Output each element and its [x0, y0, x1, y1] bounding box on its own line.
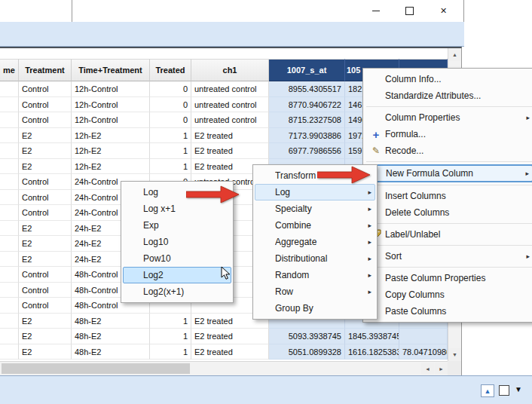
table-cell[interactable]: 78.047109865: [399, 344, 448, 360]
table-cell[interactable]: Control: [19, 190, 72, 206]
menu-item-column-properties[interactable]: Column Properties▸: [365, 109, 532, 126]
table-cell[interactable]: 0: [150, 112, 191, 128]
menu-item-new-formula-column[interactable]: New Formula Column▸: [365, 164, 532, 182]
table-cell[interactable]: E2: [19, 252, 72, 268]
minimize-button[interactable]: [359, 0, 393, 22]
table-cell[interactable]: Control: [19, 97, 72, 113]
window-titlebar[interactable]: ✕: [72, 0, 464, 22]
table-cell[interactable]: [0, 81, 19, 97]
table-cell[interactable]: E2: [19, 329, 72, 344]
table-cell[interactable]: 1616.1825383: [345, 344, 399, 360]
menu-item-aggregate[interactable]: Aggregate▸: [255, 234, 375, 250]
menu-item-sort[interactable]: Sort▸: [365, 248, 532, 265]
scroll-up-button[interactable]: ▲: [448, 48, 461, 61]
table-cell[interactable]: [0, 329, 19, 344]
table-cell[interactable]: 0: [150, 81, 191, 97]
menu-item-standardize-attributes[interactable]: Standardize Attributes...: [365, 87, 532, 104]
table-cell[interactable]: 8770.9406722: [269, 97, 345, 113]
menu-item-specialty[interactable]: Specialty▸: [255, 200, 375, 217]
table-cell[interactable]: Control: [19, 298, 72, 314]
menu-item-column-info[interactable]: Column Info...: [365, 71, 532, 87]
table-cell[interactable]: 1: [150, 128, 191, 144]
table-cell[interactable]: 1: [150, 344, 191, 360]
menu-item-random[interactable]: Random▸: [255, 267, 375, 283]
menu-item-paste-columns[interactable]: Paste Columns: [365, 303, 532, 320]
menu-item-log2-x-1[interactable]: Log2(x+1): [123, 283, 231, 300]
table-cell[interactable]: E2 treated: [191, 128, 269, 144]
table-cell[interactable]: Control: [19, 205, 72, 221]
table-cell[interactable]: 1: [150, 314, 191, 329]
menu-item-delete-columns[interactable]: Delete Columns: [365, 204, 532, 221]
menu-item-copy-columns[interactable]: Copy Columns: [365, 286, 532, 303]
table-cell[interactable]: [0, 283, 19, 298]
table-cell[interactable]: E2 treated: [191, 329, 269, 344]
close-button[interactable]: ✕: [427, 0, 460, 22]
table-cell[interactable]: 12h-Control: [72, 81, 150, 97]
table-cell[interactable]: E2: [19, 221, 72, 237]
table-cell[interactable]: [0, 128, 19, 144]
scroll-to-top-button[interactable]: ▲: [481, 384, 494, 397]
table-cell[interactable]: 0: [150, 97, 191, 113]
column-header-time-treatment[interactable]: Time+Treatment: [72, 59, 150, 81]
table-cell[interactable]: Control: [19, 174, 72, 190]
menu-item-paste-column-properties[interactable]: Paste Column Properties: [365, 270, 532, 286]
menu-item-label-unlabel[interactable]: Label/Unlabel: [365, 226, 532, 243]
column-header-ch1[interactable]: ch1: [191, 59, 269, 81]
table-cell[interactable]: 7173.9903886: [269, 128, 345, 144]
table-cell[interactable]: E2: [19, 143, 72, 159]
menu-item-log2[interactable]: Log2: [123, 267, 231, 283]
menu-item-exp[interactable]: Exp: [123, 217, 231, 234]
table-cell[interactable]: E2: [19, 236, 72, 252]
table-cell[interactable]: Control: [19, 81, 72, 97]
table-cell[interactable]: untreated control: [191, 112, 269, 128]
table-cell[interactable]: [0, 221, 19, 237]
table-cell[interactable]: 48h-E2: [72, 344, 150, 360]
table-cell[interactable]: 12h-E2: [72, 159, 150, 175]
table-cell[interactable]: 1: [150, 143, 191, 159]
menu-item-log10[interactable]: Log10: [123, 234, 231, 250]
menu-item-pow10[interactable]: Pow10: [123, 250, 231, 267]
menu-item-insert-columns[interactable]: Insert Columns: [365, 188, 532, 204]
horizontal-scrollbar[interactable]: ◄ ►: [0, 361, 448, 375]
menu-item-group-by[interactable]: Group By: [255, 300, 375, 317]
table-cell[interactable]: 48h-E2: [72, 329, 150, 344]
table-cell[interactable]: [0, 298, 19, 314]
table-cell[interactable]: [0, 344, 19, 360]
table-cell[interactable]: 8955.4305517: [269, 81, 345, 97]
table-cell[interactable]: [0, 236, 19, 252]
table-cell[interactable]: Control: [19, 112, 72, 128]
table-cell[interactable]: E2: [19, 314, 72, 329]
table-cell[interactable]: Control: [19, 283, 72, 298]
table-cell[interactable]: E2 treated: [191, 143, 269, 159]
table-cell[interactable]: [0, 252, 19, 268]
column-header-treated[interactable]: Treated: [150, 59, 191, 81]
table-cell[interactable]: 1845.3938745: [345, 329, 399, 344]
scroll-right-button[interactable]: ►: [435, 363, 448, 375]
table-cell[interactable]: [0, 112, 19, 128]
maximize-button[interactable]: [393, 0, 427, 22]
table-cell[interactable]: E2 treated: [191, 344, 269, 360]
menu-item-log[interactable]: Log▸: [255, 184, 375, 200]
table-cell[interactable]: [0, 190, 19, 206]
scroll-left-button[interactable]: ◄: [421, 363, 434, 375]
menu-item-row[interactable]: Row▸: [255, 283, 375, 300]
table-cell[interactable]: 12h-Control: [72, 97, 150, 113]
table-cell[interactable]: [0, 267, 19, 283]
table-cell[interactable]: 5051.0899328: [269, 344, 345, 360]
table-cell[interactable]: [0, 174, 19, 190]
table-cell[interactable]: untreated control: [191, 81, 269, 97]
table-cell[interactable]: Control: [19, 267, 72, 283]
table-cell[interactable]: 1: [150, 329, 191, 344]
column-header-treatment[interactable]: Treatment: [19, 59, 72, 81]
status-dropdown-icon[interactable]: ▼: [515, 385, 522, 393]
column-header-1007-s-at[interactable]: 1007_s_at: [269, 59, 345, 81]
table-cell[interactable]: 12h-Control: [72, 112, 150, 128]
table-cell[interactable]: 48h-E2: [72, 314, 150, 329]
table-cell[interactable]: [0, 97, 19, 113]
menu-item-distributional[interactable]: Distributional▸: [255, 250, 375, 267]
table-cell[interactable]: 12h-E2: [72, 143, 150, 159]
table-cell[interactable]: [0, 314, 19, 329]
scroll-down-button[interactable]: ▼: [448, 348, 461, 361]
table-cell[interactable]: [0, 143, 19, 159]
table-cell[interactable]: 6977.7986556: [269, 143, 345, 159]
